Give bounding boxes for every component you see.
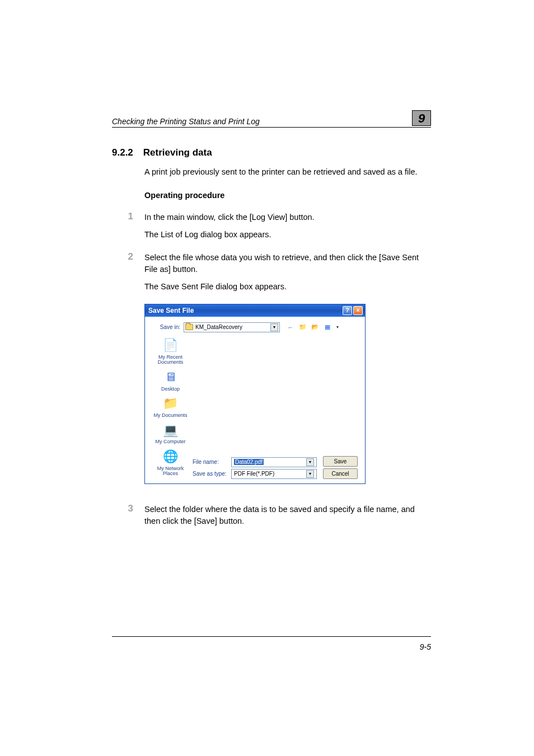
- up-folder-icon[interactable]: 📁: [298, 322, 308, 332]
- save-in-dropdown[interactable]: KM_DataRecovery ▾: [184, 322, 280, 332]
- desktop-icon: 🖥: [162, 369, 179, 386]
- section-number: 9.2.2: [112, 147, 133, 158]
- views-dropdown-icon[interactable]: ▾: [335, 322, 340, 332]
- save-as-type-dropdown[interactable]: PDF File(*.PDF) ▾: [231, 469, 317, 479]
- save-sent-file-dialog: Save Sent File ? × Save in: KM_DataRecov…: [144, 304, 366, 484]
- step-text: Select the file whose data you wish to r…: [144, 253, 419, 274]
- save-in-label: Save in:: [149, 324, 180, 330]
- step-text: In the main window, click the [Log View]…: [144, 213, 315, 222]
- section-title: Retrieving data: [143, 147, 212, 158]
- page-number: 9-5: [420, 642, 431, 651]
- my-documents-icon: 📁: [162, 395, 179, 412]
- step-number: 2: [124, 252, 133, 293]
- file-name-label: File name:: [191, 459, 228, 465]
- step-number: 1: [124, 212, 133, 241]
- dialog-title: Save Sent File: [148, 307, 194, 314]
- help-button[interactable]: ?: [343, 306, 352, 315]
- step-1: 1 In the main window, click the [Log Vie…: [124, 212, 431, 241]
- header-rule: Checking the Printing Status and Print L…: [112, 110, 431, 128]
- save-button[interactable]: Save: [323, 456, 358, 467]
- place-label: My Documents: [153, 413, 187, 418]
- folder-icon: [185, 324, 193, 330]
- place-label: Desktop: [161, 387, 180, 392]
- my-network-icon: 🌐: [162, 448, 179, 465]
- close-button[interactable]: ×: [353, 306, 363, 315]
- places-desktop[interactable]: 🖥 Desktop: [161, 369, 180, 392]
- save-as-type-value: PDF File(*.PDF): [234, 471, 274, 477]
- file-list-area[interactable]: [191, 337, 360, 456]
- intro-paragraph: A print job previously sent to the print…: [144, 166, 431, 177]
- place-label: My Recent Documents: [149, 355, 191, 365]
- places-my-computer[interactable]: 💻 My Computer: [155, 421, 185, 444]
- step-number: 3: [124, 504, 133, 527]
- chapter-number-badge: 9: [412, 110, 431, 126]
- recent-documents-icon: 📄: [162, 337, 179, 354]
- views-icon[interactable]: ▦: [322, 322, 332, 332]
- new-folder-icon[interactable]: 📂: [310, 322, 320, 332]
- page-footer: 9-5: [112, 636, 431, 651]
- save-as-type-label: Save as type:: [191, 471, 228, 477]
- step-3: 3 Select the folder where the data is to…: [124, 504, 431, 527]
- chevron-down-icon[interactable]: ▾: [306, 470, 314, 478]
- step-text: Select the folder where the data is to b…: [144, 505, 415, 525]
- step-2: 2 Select the file whose data you wish to…: [124, 252, 431, 293]
- place-label: My Computer: [155, 439, 185, 444]
- operating-procedure-heading: Operating procedure: [144, 190, 431, 201]
- file-name-value: Data02.pdf: [234, 459, 264, 465]
- my-computer-icon: 💻: [162, 421, 179, 438]
- places-recent[interactable]: 📄 My Recent Documents: [149, 337, 191, 365]
- back-icon[interactable]: ←: [285, 322, 296, 332]
- chevron-down-icon[interactable]: ▾: [306, 458, 314, 466]
- place-label: My Network Places: [149, 466, 191, 477]
- step-sub: The List of Log dialog box appears.: [144, 229, 431, 241]
- cancel-button[interactable]: Cancel: [323, 468, 358, 479]
- file-name-input[interactable]: Data02.pdf ▾: [231, 457, 317, 467]
- running-header: Checking the Printing Status and Print L…: [112, 117, 407, 126]
- places-my-network[interactable]: 🌐 My Network Places: [149, 448, 191, 477]
- places-my-documents[interactable]: 📁 My Documents: [153, 395, 187, 418]
- chevron-down-icon: ▾: [270, 323, 278, 331]
- step-sub: The Save Sent File dialog box appears.: [144, 281, 431, 293]
- titlebar: Save Sent File ? ×: [145, 304, 365, 317]
- save-in-value: KM_DataRecovery: [195, 324, 270, 330]
